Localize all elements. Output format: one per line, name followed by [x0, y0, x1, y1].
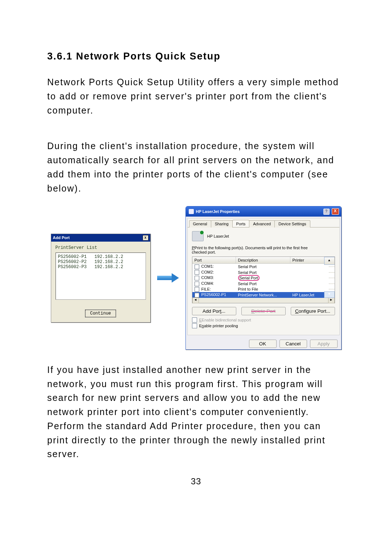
table-row[interactable]: COM3: Serial Port [192, 275, 335, 281]
table-row[interactable]: FILE: Print to File [192, 287, 335, 292]
scroll-left-icon[interactable]: ◄ [192, 297, 199, 303]
ports-rows[interactable]: COM1: Serial Port COM2: Serial Port COM3… [192, 264, 335, 298]
checkbox[interactable] [195, 293, 199, 297]
continue-button[interactable]: Continue [85, 310, 116, 317]
tab-ports[interactable]: Ports [232, 220, 250, 227]
tab-general[interactable]: General [189, 220, 211, 227]
ok-button[interactable]: OK [249, 340, 277, 348]
enable-pooling-checkbox[interactable]: Enable printer pooling [192, 323, 335, 328]
printer-name: HP LaserJet [207, 234, 229, 238]
arrow-right-icon [157, 274, 179, 282]
list-item[interactable]: PS256002-P2 192.168.2.2 [58, 259, 143, 264]
table-row[interactable]: COM2: Serial Port [192, 270, 335, 275]
paragraph-2: During the client's installation procedu… [47, 139, 345, 195]
col-port[interactable]: Port [192, 257, 236, 263]
table-row[interactable]: PS256002-P1 PrintServer Network...HP Las… [192, 292, 335, 298]
delete-port-button: Delete Port [241, 307, 286, 315]
scroll-up-icon[interactable]: ▲ [324, 257, 335, 265]
checkbox[interactable] [195, 276, 199, 280]
checkbox[interactable] [195, 264, 199, 269]
instruction-text: PPrint to the following port(s). Documen… [192, 246, 335, 254]
horizontal-scrollbar[interactable]: ◄ ► [192, 298, 335, 303]
section-heading: 3.6.1 Network Ports Quick Setup [47, 51, 345, 62]
close-icon[interactable]: X [332, 208, 339, 215]
scroll-down-icon[interactable]: ▼ [324, 291, 335, 298]
tab-device-settings[interactable]: Device Settings [274, 220, 310, 227]
close-icon[interactable]: x [143, 235, 148, 241]
add-port-titlebar[interactable]: Add Port x [51, 234, 150, 242]
ports-table: Port Description Printer ▲ COM1: Serial … [192, 257, 335, 303]
paragraph-1: Network Ports Quick Setup Utility offers… [47, 75, 345, 117]
printer-icon [192, 231, 204, 241]
printserver-listbox[interactable]: PS256002-P1 192.168.2.2 PS256002-P2 192.… [56, 253, 146, 300]
checkbox[interactable] [195, 282, 199, 286]
annotation-circle: Serial Port [238, 275, 260, 281]
printer-icon [189, 209, 194, 214]
enable-bidirectional-checkbox: EEnable bidirectional support [192, 317, 335, 323]
scroll-right-icon[interactable]: ► [328, 297, 335, 303]
page-number: 33 [47, 476, 345, 487]
add-port-title: Add Port [53, 235, 70, 240]
add-port-dialog: Add Port x PrintServer List PS256002-P1 … [51, 234, 151, 323]
cancel-button[interactable]: Cancel [279, 340, 307, 348]
printserver-list-label: PrintServer List [56, 245, 146, 250]
tab-bar: General Sharing Ports Advanced Device Se… [188, 218, 339, 227]
figure: Add Port x PrintServer List PS256002-P1 … [47, 206, 345, 350]
printer-properties-dialog: HP LaserJet Properties ? X General Shari… [185, 206, 342, 350]
table-row[interactable]: COM4: Serial Port [192, 281, 335, 287]
configure-port-button[interactable]: Configure Port... [291, 307, 335, 315]
list-item[interactable]: PS256002-P1 192.168.2.2 [58, 254, 143, 259]
apply-button: Apply [310, 340, 338, 348]
properties-title: HP LaserJet Properties [196, 209, 240, 214]
help-icon[interactable]: ? [323, 209, 330, 215]
col-description[interactable]: Description [236, 257, 290, 263]
tab-sharing[interactable]: Sharing [211, 220, 233, 227]
paragraph-3: If you have just installed another new p… [47, 363, 345, 461]
col-printer[interactable]: Printer [290, 257, 329, 263]
add-port-button[interactable]: Add Port... [192, 307, 236, 315]
properties-titlebar[interactable]: HP LaserJet Properties ? X [186, 206, 341, 217]
checkbox[interactable] [195, 287, 199, 292]
list-item[interactable]: PS256002-P3 192.168.2.2 [58, 264, 143, 270]
tab-advanced[interactable]: Advanced [249, 220, 275, 227]
checkbox[interactable] [195, 270, 199, 275]
table-row[interactable]: COM1: Serial Port [192, 264, 335, 270]
